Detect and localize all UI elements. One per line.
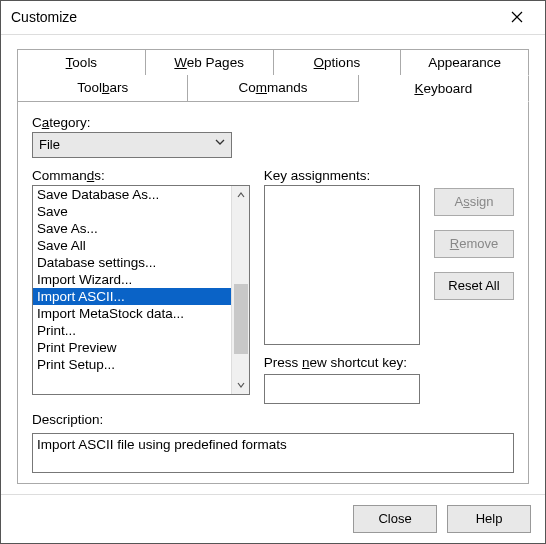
dialog-body: Tools Web Pages Options Appearance Toolb… bbox=[1, 35, 545, 494]
commands-listbox[interactable]: Save Database As...SaveSave As...Save Al… bbox=[32, 185, 250, 395]
list-item[interactable]: Print Setup... bbox=[33, 356, 231, 373]
tab-row-top: Tools Web Pages Options Appearance bbox=[17, 49, 529, 75]
close-icon[interactable] bbox=[497, 2, 537, 32]
list-item[interactable]: Import ASCII... bbox=[33, 288, 231, 305]
help-button[interactable]: Help bbox=[447, 505, 531, 533]
chevron-down-icon bbox=[215, 137, 225, 149]
assign-button[interactable]: Assign bbox=[434, 188, 514, 216]
resetall-button[interactable]: Reset All bbox=[434, 272, 514, 300]
window-title: Customize bbox=[11, 9, 77, 25]
remove-button[interactable]: Remove bbox=[434, 230, 514, 258]
description-box: Import ASCII file using predefined forma… bbox=[32, 433, 514, 473]
tab-options[interactable]: Options bbox=[274, 49, 402, 75]
category-value: File bbox=[39, 137, 60, 152]
tab-row-bottom: Toolbars Commands Keyboard bbox=[17, 75, 529, 102]
category-label: Category: bbox=[32, 115, 514, 130]
tab-commands[interactable]: Commands bbox=[188, 75, 358, 102]
list-item[interactable]: Print Preview bbox=[33, 339, 231, 356]
close-button[interactable]: Close bbox=[353, 505, 437, 533]
scrollbar[interactable] bbox=[231, 186, 249, 394]
list-item[interactable]: Database settings... bbox=[33, 254, 231, 271]
tab-keyboard[interactable]: Keyboard bbox=[359, 75, 529, 102]
tab-toolbars[interactable]: Toolbars bbox=[17, 75, 188, 102]
scroll-down-icon[interactable] bbox=[232, 376, 250, 394]
dialog-footer: Close Help bbox=[1, 494, 545, 543]
list-item[interactable]: Save All bbox=[33, 237, 231, 254]
tab-tools[interactable]: Tools bbox=[17, 49, 146, 75]
tab-panel-keyboard: Category: File Commands: Save Database A… bbox=[17, 101, 529, 484]
scroll-up-icon[interactable] bbox=[232, 186, 250, 204]
titlebar: Customize bbox=[1, 1, 545, 35]
list-item[interactable]: Save Database As... bbox=[33, 186, 231, 203]
pressnew-label: Press new shortcut key: bbox=[264, 355, 420, 370]
description-label: Description: bbox=[32, 412, 514, 427]
category-dropdown[interactable]: File bbox=[32, 132, 232, 158]
list-item[interactable]: Save bbox=[33, 203, 231, 220]
tab-appearance[interactable]: Appearance bbox=[401, 49, 529, 75]
scroll-thumb[interactable] bbox=[234, 284, 248, 354]
keyassignments-listbox[interactable] bbox=[264, 185, 420, 345]
list-item[interactable]: Print... bbox=[33, 322, 231, 339]
list-item[interactable]: Import Wizard... bbox=[33, 271, 231, 288]
keyassignments-label: Key assignments: bbox=[264, 168, 420, 183]
list-item[interactable]: Save As... bbox=[33, 220, 231, 237]
list-item[interactable]: Import MetaStock data... bbox=[33, 305, 231, 322]
customize-dialog: Customize Tools Web Pages Options Appear… bbox=[0, 0, 546, 544]
commands-label: Commands: bbox=[32, 168, 250, 183]
shortcut-input[interactable] bbox=[264, 374, 420, 404]
tab-webpages[interactable]: Web Pages bbox=[146, 49, 274, 75]
